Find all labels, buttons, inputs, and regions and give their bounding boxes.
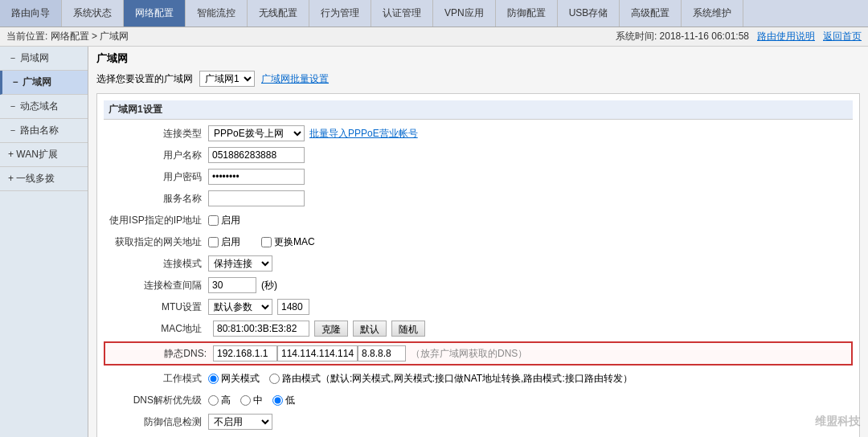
mac-row: MAC地址 克隆 默认 随机 [104,320,853,337]
breadcrumb: 当前位置: 网络配置 > 广域网 [6,30,129,43]
check-interval-row: 连接检查间隔 (秒) [104,276,853,294]
nav-defense[interactable]: 防御配置 [496,0,558,27]
gateway-label: 获取指定的网关地址 [104,235,208,249]
watermark: 维盟科技 [815,415,860,429]
wan-select-label: 选择您要设置的广域网 [96,72,193,86]
username-input[interactable] [208,147,305,163]
check-interval-unit: (秒) [261,279,277,292]
dns2-input[interactable] [277,345,358,361]
sidebar-item-lan[interactable]: － 局域网 [0,47,88,71]
mac-label: MAC地址 [104,322,208,336]
default-button[interactable]: 默认 [353,321,387,337]
sidebar-item-wan[interactable]: － 广域网 [0,71,88,95]
username-label: 用户名称 [104,149,208,162]
nav-routing-wizard[interactable]: 路由向导 [0,0,62,27]
nav-advanced[interactable]: 高级配置 [620,0,682,27]
content-area: 广域网 选择您要设置的广域网 广域网1 广域网批量设置 广域网1设置 连接类型 … [88,47,868,437]
isp-ip-checkbox-label[interactable]: 启用 [208,214,240,227]
dns-hint: （放弃广域网获取的DNS） [411,347,527,361]
nav-maintenance[interactable]: 系统维护 [682,0,743,27]
nav-network-config[interactable]: 网络配置 [124,0,186,27]
system-time: 系统时间: 2018-11-16 06:01:58 [616,30,749,43]
check-interval-label: 连接检查间隔 [104,279,208,292]
username-row: 用户名称 [104,146,853,164]
connect-mode-label: 连接模式 [104,257,208,271]
wan-select[interactable]: 广域网1 [199,71,255,87]
gateway-mode-label[interactable]: 网关模式 [208,372,260,386]
change-mac-checkbox[interactable] [261,237,272,247]
connection-type-value: PPPoE拨号上网 批量导入PPPoE营业帐号 [208,125,418,141]
password-value [208,169,305,185]
check-interval-input[interactable] [208,277,256,293]
route-mode-label[interactable]: 路由模式（默认:网关模式,网关模式:接口做NAT地址转换,路由模式:接口路由转发… [269,372,633,386]
dns1-input[interactable] [213,345,277,361]
sidebar-item-wan-ext[interactable]: + WAN扩展 [0,143,88,167]
dns-high-radio[interactable] [208,395,219,406]
dns-low-radio[interactable] [272,395,283,406]
service-row: 服务名称 [104,190,853,207]
dns-priority-row: DNS解析优先级 高 中 低 [104,391,853,409]
defense-label: 防御信息检测 [104,415,208,429]
isp-ip-row: 使用ISP指定的IP地址 启用 [104,211,853,229]
gateway-value: 启用 更换MAC [208,235,315,249]
gateway-mode-radio[interactable] [208,374,219,384]
route-mode-text: 路由模式（默认:网关模式,网关模式:接口做NAT地址转换,路由模式:接口路由转发… [282,372,633,386]
nav-vpn[interactable]: VPN应用 [433,0,496,27]
mac-input[interactable] [213,321,309,337]
connect-mode-select[interactable]: 保持连接 [208,255,272,272]
isp-ip-label: 使用ISP指定的IP地址 [104,214,208,227]
work-mode-row: 工作模式 网关模式 路由模式（默认:网关模式,网关模式:接口做NAT地址转换,路… [104,370,853,387]
service-value [208,190,305,206]
defense-select[interactable]: 不启用 [208,414,272,430]
dns-mid-radio[interactable] [240,395,251,406]
dns-row: 静态DNS: （放弃广域网获取的DNS） [104,341,853,366]
isp-ip-check-text: 启用 [221,214,240,227]
password-row: 用户密码 [104,168,853,186]
dns-mid-label[interactable]: 中 [240,394,263,407]
gateway-checkbox-label[interactable]: 启用 [208,235,240,249]
dns-high-label[interactable]: 高 [208,394,231,407]
dns-priority-label: DNS解析优先级 [104,394,208,407]
password-input[interactable] [208,169,305,185]
mtu-input[interactable] [277,299,309,315]
wan-batch-link[interactable]: 广域网批量设置 [261,72,329,86]
wan1-section-title: 广域网1设置 [104,100,853,120]
dns-priority-value: 高 中 低 [208,394,295,407]
nav-auth[interactable]: 认证管理 [371,0,433,27]
dns3-input[interactable] [358,345,406,361]
password-label: 用户密码 [104,170,208,184]
help-link[interactable]: 路由使用说明 [757,30,815,43]
sidebar-item-ddns[interactable]: － 动态域名 [0,95,88,119]
nav-system-status[interactable]: 系统状态 [62,0,124,27]
connection-type-select[interactable]: PPPoE拨号上网 [208,125,305,141]
nav-behavior[interactable]: 行为管理 [309,0,371,27]
sidebar-item-multi-dial[interactable]: + 一线多拨 [0,167,88,191]
nav-wireless[interactable]: 无线配置 [248,0,309,27]
nav-smart-flow[interactable]: 智能流控 [186,0,248,27]
nav-usb[interactable]: USB存储 [558,0,620,27]
mtu-value: 默认参数 [208,299,309,315]
dns-low-label[interactable]: 低 [272,394,295,407]
wan1-settings-section: 广域网1设置 连接类型 PPPoE拨号上网 批量导入PPPoE营业帐号 用户名称 [96,93,860,437]
route-mode-radio[interactable] [269,374,280,384]
sidebar-item-route-name[interactable]: － 路由名称 [0,119,88,143]
clone-button[interactable]: 克隆 [314,321,348,337]
check-interval-value: (秒) [208,277,277,293]
isp-ip-value: 启用 [208,214,240,227]
home-link[interactable]: 返回首页 [823,30,862,43]
work-mode-value: 网关模式 路由模式（默认:网关模式,网关模式:接口做NAT地址转换,路由模式:接… [208,372,633,386]
main-layout: － 局域网 － 广域网 － 动态域名 － 路由名称 + WAN扩展 + 一线多拨… [0,47,868,437]
work-mode-label: 工作模式 [104,372,208,386]
mac-value: 克隆 默认 随机 [213,321,425,337]
batch-pppoe-link[interactable]: 批量导入PPPoE营业帐号 [309,127,418,141]
gateway-checkbox[interactable] [208,237,219,247]
page-title: 广域网 [96,51,860,66]
change-mac-checkbox-label[interactable]: 更换MAC [261,235,315,249]
mtu-select[interactable]: 默认参数 [208,299,272,315]
service-input[interactable] [208,190,305,206]
connect-mode-value: 保持连接 [208,255,272,272]
sidebar: － 局域网 － 广域网 － 动态域名 － 路由名称 + WAN扩展 + 一线多拨 [0,47,88,437]
dns-label: 静态DNS: [108,347,213,361]
isp-ip-checkbox[interactable] [208,215,219,226]
random-button[interactable]: 随机 [391,321,425,337]
